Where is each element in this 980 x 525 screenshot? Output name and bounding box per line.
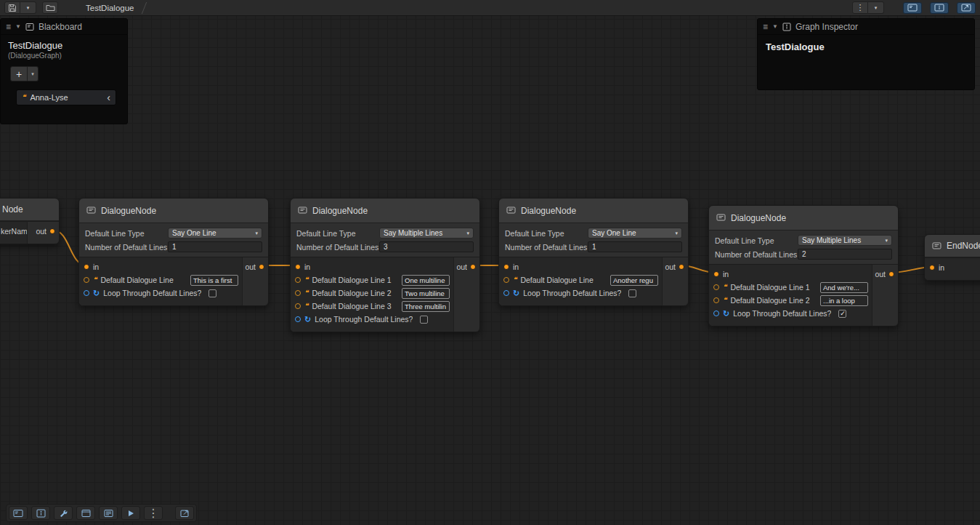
dialogue-node-icon: [506, 206, 516, 215]
node-title: DialogueNode: [499, 199, 688, 223]
out-port[interactable]: [259, 264, 264, 270]
bottom-inspector-button[interactable]: [31, 506, 50, 520]
in-port[interactable]: [84, 264, 89, 270]
line-type-dropdown[interactable]: Say One Line ▾: [588, 228, 682, 239]
collapse-icon[interactable]: ▼: [15, 23, 21, 30]
num-lines-field[interactable]: 2: [798, 249, 892, 260]
save-asset-button[interactable]: [4, 1, 20, 14]
list-panel-icon: [104, 509, 113, 518]
num-lines-field[interactable]: 1: [588, 241, 682, 252]
dialogue-graph-editor: Node kerName out DialogueNode Default: [0, 0, 980, 525]
add-property-dropdown[interactable]: ▾: [28, 66, 39, 81]
line-port[interactable]: [503, 277, 509, 283]
toggle-blackboard-button[interactable]: [903, 2, 922, 14]
graph-inspector-header[interactable]: ≡ ▼ Graph Inspector: [758, 19, 974, 35]
save-dropdown-button[interactable]: ▾: [20, 1, 36, 14]
line-value-field[interactable]: And we're...: [820, 282, 868, 293]
loop-port[interactable]: [503, 290, 509, 296]
chevron-down-icon: ▾: [875, 5, 878, 11]
loop-label: Loop Through Default Lines?: [103, 289, 201, 297]
line-port[interactable]: [84, 277, 89, 283]
bottom-play-button[interactable]: [121, 506, 140, 520]
line-type-value: Say One Line: [172, 229, 216, 237]
line-port[interactable]: [295, 303, 301, 309]
bottom-more-button[interactable]: ⋮: [144, 506, 163, 520]
out-port[interactable]: [888, 271, 894, 277]
show-in-project-button[interactable]: [42, 1, 58, 14]
quote-icon: ❝: [304, 302, 308, 310]
loop-checkbox[interactable]: ✓: [838, 310, 846, 318]
dialogue-node-3[interactable]: DialogueNode Default Line Type Say One L…: [498, 198, 689, 306]
add-property-button[interactable]: +: [10, 66, 28, 81]
graph-inspector-panel[interactable]: ≡ ▼ Graph Inspector TestDialogue: [757, 18, 975, 90]
loop-port[interactable]: [713, 310, 719, 316]
end-node[interactable]: EndNode in: [924, 234, 980, 281]
out-port-label: out: [456, 262, 467, 271]
line-value-field[interactable]: Another regu: [610, 275, 658, 286]
line-label: Default Dialogue Line 3: [312, 302, 391, 310]
start-node[interactable]: Node kerName out: [0, 198, 60, 244]
blackboard-field-anna-lyse[interactable]: ❝ Anna-Lyse ‹: [16, 89, 116, 105]
line-type-label: Default Line Type: [85, 229, 168, 238]
breadcrumb[interactable]: TestDialogue: [86, 2, 145, 14]
bottom-window-button[interactable]: [76, 506, 95, 520]
toggle-preview-button[interactable]: [957, 2, 976, 14]
hamburger-icon[interactable]: ≡: [6, 22, 11, 32]
dialogue-node-2[interactable]: DialogueNode Default Line Type Say Multi…: [290, 198, 480, 332]
in-port[interactable]: [713, 271, 719, 277]
hamburger-icon[interactable]: ≡: [763, 22, 768, 32]
save-icon: [8, 4, 17, 12]
num-lines-field[interactable]: 3: [379, 241, 474, 252]
dialogue-node-4[interactable]: DialogueNode Default Line Type Say Multi…: [708, 205, 899, 326]
loop-port[interactable]: [84, 290, 89, 296]
blackboard-panel[interactable]: ≡ ▼ Blackboard TestDialogue (DialogueGra…: [0, 18, 128, 124]
graph-inspector-header-label: Graph Inspector: [795, 22, 858, 32]
blackboard-icon: [25, 23, 34, 31]
line-port[interactable]: [713, 284, 719, 290]
num-lines-label: Number of Default Lines: [296, 243, 379, 252]
options-dropdown-button[interactable]: ▾: [868, 1, 884, 14]
loop-icon: ↻: [513, 289, 519, 297]
options-menu-button[interactable]: ⋮: [852, 1, 868, 14]
bottom-settings-button[interactable]: [54, 506, 73, 520]
loop-checkbox[interactable]: [628, 289, 636, 297]
line-value-field[interactable]: Three multilin: [402, 301, 450, 312]
inspector-toggle-icon: [934, 4, 944, 12]
line-type-value: Say Multiple Lines: [802, 236, 861, 244]
line-value-field[interactable]: This is a first: [190, 275, 238, 286]
bottom-board-button[interactable]: [99, 506, 118, 520]
node-title: DialogueNode: [291, 199, 479, 223]
chevron-left-icon[interactable]: ‹: [107, 92, 110, 103]
out-port[interactable]: [49, 228, 55, 234]
line-type-dropdown[interactable]: Say Multiple Lines ▾: [798, 235, 892, 246]
loop-checkbox[interactable]: [420, 316, 428, 324]
breadcrumb-graph-name[interactable]: TestDialogue: [86, 4, 134, 12]
line-type-dropdown[interactable]: Say One Line ▾: [168, 228, 262, 239]
line-value-field[interactable]: Two multiline: [402, 288, 450, 299]
num-lines-field[interactable]: 1: [168, 241, 262, 252]
in-port[interactable]: [503, 264, 509, 270]
line-port[interactable]: [713, 297, 719, 303]
in-port[interactable]: [295, 264, 301, 270]
line-label: Default Dialogue Line 2: [730, 296, 809, 305]
line-type-dropdown[interactable]: Say Multiple Lines ▾: [379, 228, 474, 239]
dialogue-node-1[interactable]: DialogueNode Default Line Type Say One L…: [78, 198, 269, 306]
collapse-icon[interactable]: ▼: [772, 23, 778, 30]
dialogue-node-icon: [716, 213, 726, 223]
bottom-toolbar: ⋮: [6, 504, 197, 522]
line-port[interactable]: [295, 290, 301, 296]
line-value-field[interactable]: ...in a loop: [820, 295, 868, 306]
loop-checkbox[interactable]: [208, 289, 216, 297]
bottom-blackboard-button[interactable]: [9, 506, 28, 520]
line-value-field[interactable]: One multiline: [402, 275, 450, 286]
out-port[interactable]: [470, 264, 476, 270]
blackboard-header[interactable]: ≡ ▼ Blackboard: [1, 19, 127, 35]
in-port[interactable]: [929, 265, 935, 270]
out-port[interactable]: [679, 264, 684, 270]
toggle-inspector-button[interactable]: [930, 2, 949, 14]
bottom-popout-button[interactable]: [175, 506, 194, 520]
line-type-label: Default Line Type: [296, 229, 379, 238]
loop-port[interactable]: [295, 316, 301, 322]
line-port[interactable]: [295, 277, 301, 283]
line-type-value: Say One Line: [592, 229, 636, 237]
